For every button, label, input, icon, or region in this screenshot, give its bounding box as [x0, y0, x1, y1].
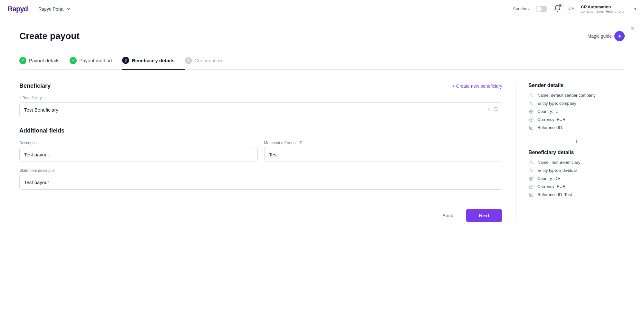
ben-entity-item: Entity type: individual — [528, 168, 625, 173]
portal-selector[interactable]: Rapyd Portal — [38, 6, 71, 12]
magic-guide-label: Magic guide — [588, 34, 612, 39]
description-input[interactable] — [19, 147, 258, 162]
step-payout-details[interactable]: ✓ Payout details — [19, 52, 70, 69]
nav-right: Sandbox N/A CP Automation cp_automation_… — [513, 5, 636, 13]
svg-point-12 — [531, 169, 532, 170]
beneficiary-input-icons: × — [488, 107, 498, 113]
sender-name-icon — [528, 93, 534, 98]
sender-name-item: Name: default sender company — [528, 93, 625, 98]
ben-currency-text: Currency: EUR — [537, 184, 565, 189]
content-layout: Beneficiary + Create new beneficiary * B… — [19, 83, 625, 222]
chevron-down-icon — [66, 7, 71, 11]
step-payout-method[interactable]: ✓ Payout method — [70, 52, 122, 69]
main-content: × Create payout Magic guide ✦ ✓ Payout d… — [0, 18, 644, 326]
user-org: cp_automation_testing_org... — [581, 9, 627, 13]
beneficiary-field-group: * Beneficiary × — [19, 96, 502, 117]
merchant-ref-label: Merchant reference ID — [264, 141, 503, 145]
sender-country-item: Country: IL — [528, 109, 625, 114]
svg-point-3 — [531, 102, 532, 103]
button-row: Back Next — [19, 209, 502, 222]
sender-entity-icon — [528, 101, 534, 106]
svg-point-11 — [531, 161, 532, 162]
description-group: Description — [19, 141, 258, 162]
additional-fields-title: Additional fields — [19, 127, 502, 134]
beneficiary-label: * Beneficiary — [19, 96, 502, 100]
ben-name-icon — [528, 160, 534, 165]
form-area: Beneficiary + Create new beneficiary * B… — [19, 83, 502, 222]
merchant-ref-group: Merchant reference ID — [264, 141, 503, 162]
sender-entity-text: Entity type: company — [537, 101, 576, 106]
ben-country-icon — [528, 176, 534, 181]
next-button[interactable]: Next — [466, 209, 502, 222]
step-beneficiary-details[interactable]: 3 Beneficiary details — [122, 52, 185, 70]
sender-name-text: Name: default sender company — [537, 93, 596, 98]
sender-currency-icon — [528, 117, 534, 122]
statement-group: Statement descriptor — [19, 168, 502, 190]
sender-ref-text: Reference ID: — [537, 125, 563, 130]
ben-country-item: Country: DE — [528, 176, 625, 181]
step-1-circle: ✓ — [19, 57, 26, 64]
toggle-knob — [536, 6, 542, 12]
ben-currency-icon — [528, 184, 534, 189]
nav-divider — [33, 5, 33, 14]
clear-icon[interactable]: × — [488, 107, 491, 113]
svg-point-0 — [494, 107, 497, 111]
sandbox-label: Sandbox — [513, 6, 529, 11]
additional-fields-section: Additional fields Description Merchant r… — [19, 127, 502, 190]
back-button[interactable]: Back — [435, 209, 461, 222]
sender-details-title: Sender details — [528, 83, 625, 88]
svg-line-1 — [497, 110, 498, 111]
ben-name-item: Name: Test Beneficiary — [528, 160, 625, 165]
sender-details-section: Sender details Name: default sender comp… — [528, 83, 625, 130]
sender-country-text: Country: IL — [537, 109, 558, 114]
search-icon[interactable] — [493, 107, 498, 112]
user-na-label: N/A — [567, 6, 574, 11]
step-1-label: Payout details — [29, 58, 59, 63]
required-marker: * — [19, 96, 21, 100]
fields-row-1: Description Merchant reference ID — [19, 141, 502, 162]
ben-name-text: Name: Test Beneficiary — [537, 160, 580, 165]
page-title: Create payout — [19, 31, 625, 41]
sidebar-area: Sender details Name: default sender comp… — [515, 83, 625, 222]
user-menu-chevron[interactable]: ▾ — [634, 7, 636, 11]
sender-currency-item: Currency: EUR — [528, 117, 625, 122]
magic-guide-icon: ✦ — [614, 31, 625, 41]
ben-ref-icon — [528, 193, 534, 197]
notification-dot — [559, 4, 562, 7]
ben-entity-text: Entity type: individual — [537, 168, 577, 173]
section-arrow: ↓ — [528, 138, 625, 144]
ben-ref-text: Reference ID: Test — [537, 192, 572, 197]
step-3-label: Beneficiary details — [132, 58, 175, 63]
merchant-ref-input[interactable] — [264, 147, 503, 162]
beneficiary-input-wrapper: × — [19, 102, 502, 117]
beneficiary-section-header: Beneficiary + Create new beneficiary — [19, 83, 502, 89]
beneficiary-input[interactable] — [19, 102, 502, 117]
svg-point-2 — [531, 94, 532, 95]
statement-label: Statement descriptor — [19, 168, 502, 173]
close-button[interactable]: × — [630, 25, 634, 32]
step-4-circle: 4 — [185, 57, 192, 64]
statement-input[interactable] — [19, 175, 502, 190]
sandbox-toggle[interactable] — [536, 6, 547, 12]
sender-country-icon — [528, 109, 534, 114]
steps-bar: ✓ Payout details ✓ Payout method 3 Benef… — [19, 52, 625, 70]
rapyd-logo: Rapyd — [8, 5, 28, 13]
ben-country-text: Country: DE — [537, 176, 560, 181]
beneficiary-details-title: Beneficiary details — [528, 150, 625, 155]
sender-ref-item: Reference ID: — [528, 125, 625, 130]
sender-ref-icon — [528, 125, 534, 130]
sender-entity-item: Entity type: company — [528, 101, 625, 106]
ben-entity-icon — [528, 168, 534, 173]
create-new-beneficiary-link[interactable]: + Create new beneficiary — [452, 84, 502, 89]
beneficiary-details-section: Beneficiary details Name: Test Beneficia… — [528, 150, 625, 197]
sender-currency-text: Currency: EUR — [537, 117, 565, 122]
ben-currency-item: Currency: EUR — [528, 184, 625, 189]
step-2-circle: ✓ — [70, 57, 77, 64]
notification-bell[interactable] — [554, 5, 561, 13]
step-confirmation[interactable]: 4 Confirmation — [185, 52, 232, 69]
portal-label-text: Rapyd Portal — [38, 6, 64, 12]
user-name: CP Automation — [581, 5, 611, 9]
description-label: Description — [19, 141, 258, 145]
magic-guide-button[interactable]: Magic guide ✦ — [588, 31, 625, 41]
step-3-circle: 3 — [122, 57, 129, 64]
